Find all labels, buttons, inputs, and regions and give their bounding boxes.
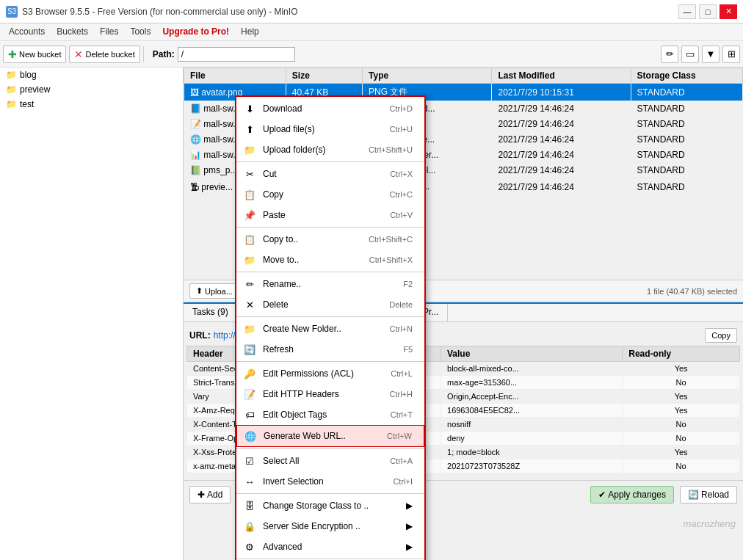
apply-changes-button[interactable]: ✔ Apply changes — [590, 486, 674, 503]
ctx-item-generate-web-url..[interactable]: 🌐Generate Web URL..Ctrl+W — [236, 425, 424, 447]
path-input[interactable] — [178, 47, 295, 62]
ctx-item-server-side-encryption-..[interactable]: 🔒Server Side Encryption ..▶ — [236, 516, 424, 537]
menu-upgrade[interactable]: Upgrade to Pro! — [156, 25, 235, 39]
filter-icon-button[interactable]: ▼ — [702, 46, 720, 63]
ctx-separator — [236, 493, 424, 494]
apply-icon: ✔ — [598, 490, 606, 500]
edit-icon-button[interactable]: ✏ — [661, 46, 678, 63]
settings-icon-button[interactable]: ⊞ — [722, 46, 740, 63]
col-modified: Last Modified — [492, 68, 631, 84]
add-button[interactable]: ✚ Add — [189, 486, 231, 503]
ctx-item-shortcut: Ctrl+L — [391, 369, 413, 378]
upload-button[interactable]: ⬆ Uploa... — [189, 283, 239, 299]
ctx-item-icon: ✕ — [242, 297, 257, 312]
ctx-item-upload-folder(s)[interactable]: 📁Upload folder(s)Ctrl+Shift+U — [236, 139, 424, 160]
ctx-item-shortcut: Ctrl+Shift+U — [369, 145, 413, 154]
ctx-separator — [236, 448, 424, 449]
ctx-item-change-storage-class-to-..[interactable]: 🗄Change Storage Class to ..▶ — [236, 495, 424, 516]
copy-button[interactable]: Copy — [705, 328, 737, 343]
ctx-item-label: Cut — [263, 169, 384, 179]
cell-header-readonly: Yes — [623, 362, 740, 376]
maximize-button[interactable]: □ — [699, 4, 717, 19]
ctx-item-edit-http-headers[interactable]: 📝Edit HTTP HeadersCtrl+H — [236, 384, 424, 404]
ctx-item-upload-file(s)[interactable]: ⬆Upload file(s)Ctrl+U — [236, 119, 424, 139]
ctx-item-label: Move to.. — [263, 255, 363, 265]
ctx-item-download[interactable]: ⬇DownloadCtrl+D — [236, 98, 424, 119]
tab-tasks[interactable]: Tasks (9) — [184, 304, 238, 321]
ctx-item-delete[interactable]: ✕DeleteDelete — [236, 294, 424, 315]
ctx-item-label: Rename.. — [263, 279, 397, 289]
window-controls[interactable]: — □ ✕ — [678, 4, 737, 19]
menu-buckets[interactable]: Buckets — [51, 25, 94, 39]
menu-accounts[interactable]: Accounts — [3, 25, 51, 39]
col-size: Size — [286, 68, 362, 84]
ctx-item-advanced[interactable]: ⚙Advanced▶ — [236, 537, 424, 557]
ctx-item-invert-selection[interactable]: ↔Invert SelectionCtrl+I — [236, 471, 424, 492]
ctx-item-create-new-folder..[interactable]: 📁Create New Folder..Ctrl+N — [236, 319, 424, 339]
menu-help[interactable]: Help — [235, 25, 265, 39]
ctx-item-copy[interactable]: 📋CopyCtrl+C — [236, 184, 424, 205]
ctx-item-icon: ⚙ — [242, 539, 257, 554]
watermark: macrozheng — [683, 518, 736, 529]
add-icon: ✚ — [197, 490, 205, 500]
ctx-item-shortcut: Ctrl+A — [390, 457, 413, 465]
ctx-separator — [236, 272, 424, 272]
ctx-item-shortcut: Ctrl+Shift+X — [369, 255, 413, 264]
ctx-item-move-to..[interactable]: 📁Move to..Ctrl+Shift+X — [236, 250, 424, 270]
close-button[interactable]: ✕ — [720, 4, 737, 19]
ctx-item-shortcut: Ctrl+V — [390, 211, 413, 219]
ctx-separator — [236, 361, 424, 362]
ctx-item-select-all[interactable]: ☑Select AllCtrl+A — [236, 451, 424, 471]
new-bucket-button[interactable]: ✚ New bucket — [3, 46, 66, 63]
folder-icon-test: 📁 — [6, 99, 17, 109]
tree-item-test[interactable]: 📁 test — [0, 97, 183, 112]
tree-item-blog[interactable]: 📁 blog — [0, 68, 183, 82]
ctx-item-label: Upload file(s) — [263, 124, 384, 134]
toolbar-right-icons: ✏ ▭ ▼ ⊞ — [661, 46, 740, 63]
ctx-item-label: Upload folder(s) — [263, 145, 363, 155]
cell-header-readonly: Yes — [623, 390, 740, 404]
new-bucket-icon: ✚ — [8, 48, 17, 60]
cell-header-value: 1; mode=block — [441, 446, 623, 459]
menu-tools[interactable]: Tools — [124, 25, 156, 39]
file-icon: 📗 — [190, 165, 201, 175]
delete-bucket-button[interactable]: ✕ Delete bucket — [69, 46, 139, 63]
col-file: File — [184, 68, 286, 84]
ctx-item-shortcut: Ctrl+W — [387, 432, 412, 440]
view-icon-button[interactable]: ▭ — [681, 46, 699, 63]
ctx-item-copy-to..[interactable]: 📋Copy to..Ctrl+Shift+C — [236, 229, 424, 250]
tree-label-preview: preview — [20, 84, 50, 95]
cell-header-readonly: Yes — [623, 446, 740, 459]
ctx-item-edit-permissions-(acl)[interactable]: 🔑Edit Permissions (ACL)Ctrl+L — [236, 363, 424, 384]
tree-label-blog: blog — [20, 70, 37, 80]
ctx-item-paste[interactable]: 📌PasteCtrl+V — [236, 205, 424, 225]
path-label: Path: — [153, 49, 175, 59]
ctx-item-label: Server Side Encryption .. — [263, 521, 394, 531]
ctx-item-icon: 📌 — [242, 208, 257, 222]
cell-storage: STANDARD — [631, 178, 742, 196]
cell-header-readonly: No — [623, 459, 740, 473]
menu-files[interactable]: Files — [94, 25, 124, 39]
file-icon: 🌐 — [190, 134, 201, 145]
ctx-item-cut[interactable]: ✂CutCtrl+X — [236, 164, 424, 184]
ctx-item-icon: 🔒 — [242, 519, 257, 534]
ctx-item-icon: 🔑 — [242, 366, 257, 381]
ctx-item-shortcut: Delete — [389, 300, 413, 309]
ctx-item-label: Generate Web URL.. — [264, 431, 381, 441]
cell-storage: STANDARD — [631, 117, 742, 132]
ctx-item-refresh[interactable]: 🔄RefreshF5 — [236, 339, 424, 360]
ctx-item-edit-object-tags[interactable]: 🏷Edit Object TagsCtrl+T — [236, 404, 424, 425]
toolbar-separator — [143, 46, 144, 62]
reload-button[interactable]: 🔄 Reload — [680, 486, 737, 503]
ctx-item-icon: 🏷 — [242, 407, 257, 422]
tree-item-preview[interactable]: 📁 preview — [0, 82, 183, 97]
ctx-item-icon: 📁 — [242, 252, 257, 267]
ctx-item-label: Edit Object Tags — [263, 410, 385, 420]
cell-header-readonly: No — [623, 432, 740, 446]
cell-header-value: block-all-mixed-co... — [441, 362, 623, 376]
file-icon: 🗜 — [190, 182, 199, 192]
ctx-item-label: Refresh — [263, 344, 397, 354]
url-label: URL: — [189, 330, 211, 341]
ctx-item-rename..[interactable]: ✏Rename..F2 — [236, 274, 424, 294]
minimize-button[interactable]: — — [678, 4, 696, 19]
